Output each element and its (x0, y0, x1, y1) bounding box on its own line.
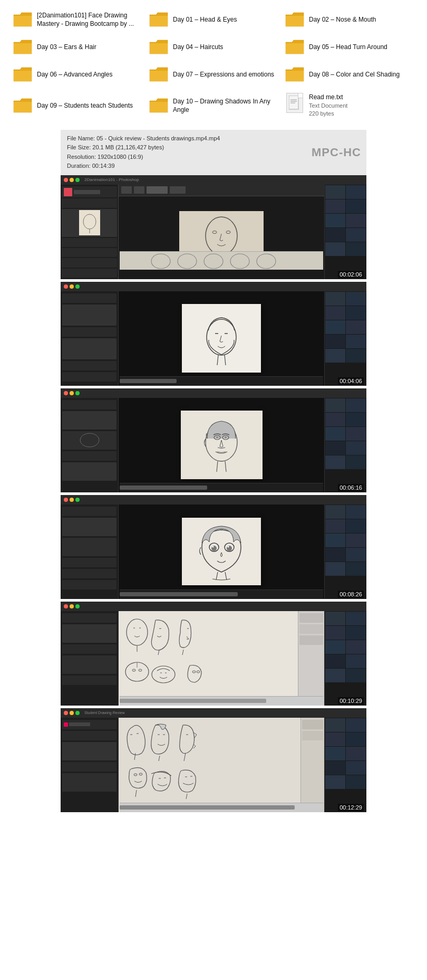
media-player-container: File Name: 05 - Quick review - Students … (11, 130, 416, 812)
timestamp-1: 00:02:06 (338, 271, 364, 278)
timestamp-2: 00:04:06 (338, 377, 364, 385)
folder-label-day03: Day 03 – Ears & Hair (37, 43, 96, 52)
folder-item-2danimation[interactable]: [2Danimation101] Face Drawing Mastery - … (11, 8, 144, 32)
file-icon-txt (285, 93, 305, 116)
svg-point-37 (216, 436, 218, 439)
svg-point-22 (178, 254, 197, 269)
svg-marker-1 (298, 96, 300, 98)
duration-info: Duration: 00:14:39 (67, 161, 360, 171)
mpc-logo: MPC-HC (312, 143, 361, 161)
folder-label-day04: Day 04 – Haircuts (173, 43, 223, 52)
file-size: 220 bytes (309, 110, 347, 118)
folder-icon (149, 98, 169, 115)
folder-item-day03[interactable]: Day 03 – Ears & Hair (11, 36, 144, 59)
folder-label-day02: Day 02 – Nose & Mouth (309, 16, 376, 24)
folder-grid: [2Danimation101] Face Drawing Mastery - … (11, 8, 416, 121)
folder-icon (285, 66, 305, 83)
folder-label-day07: Day 07 – Expressions and emotions (173, 71, 274, 79)
file-item-readme[interactable]: Read me.txt Text Document 220 bytes (283, 91, 416, 121)
folder-label-day10: Day 10 – Drawing Shadows In Any Angle (173, 98, 278, 114)
svg-point-25 (257, 254, 276, 269)
video-thumbnail-3[interactable]: 00:06:16 (61, 388, 366, 492)
file-explorer: [2Danimation101] Face Drawing Mastery - … (0, 0, 427, 130)
file-type: Text Document (309, 102, 347, 110)
folder-label-day09: Day 09 – Students teach Students (37, 102, 133, 110)
folder-icon (13, 12, 33, 28)
svg-point-45 (227, 546, 232, 551)
video-thumbnail-1[interactable]: 2Danimation101 - Photoshop (61, 175, 366, 279)
folder-icon (285, 12, 305, 28)
folder-item-day10[interactable]: Day 10 – Drawing Shadows In Any Angle (147, 91, 280, 121)
svg-point-24 (230, 254, 249, 269)
svg-rect-0 (289, 96, 298, 109)
video-thumbnail-5[interactable]: 00:10:29 (61, 602, 366, 706)
svg-point-38 (225, 436, 227, 439)
svg-point-21 (151, 254, 170, 269)
timestamp-6: 00:12:29 (338, 804, 364, 811)
folder-item-day05[interactable]: Day 05 – Head Turn Around (283, 36, 416, 59)
svg-point-32 (80, 433, 99, 447)
timestamp-4: 00:08:26 (338, 591, 364, 598)
folder-item-day04[interactable]: Day 04 – Haircuts (147, 36, 280, 59)
folder-label-day01: Day 01 – Head & Eyes (173, 16, 237, 24)
folder-label-day05: Day 05 – Head Turn Around (309, 43, 387, 52)
folder-icon (13, 66, 33, 83)
file-name-info: File Name: 05 - Quick review - Students … (67, 134, 360, 144)
svg-point-44 (211, 546, 217, 551)
folder-icon (149, 39, 169, 56)
folder-item-day08[interactable]: Day 08 – Color and Cel Shading (283, 63, 416, 87)
folder-item-day02[interactable]: Day 02 – Nose & Mouth (283, 8, 416, 32)
video-thumbnail-2[interactable]: 00:04:06 (61, 282, 366, 386)
folder-icon (13, 39, 33, 56)
folder-item-day06[interactable]: Day 06 – Advanced Angles (11, 63, 144, 87)
folder-icon (149, 12, 169, 28)
timestamp-5: 00:10:29 (338, 697, 364, 705)
folder-label-day08: Day 08 – Color and Cel Shading (309, 71, 400, 79)
folder-item-day07[interactable]: Day 07 – Expressions and emotions (147, 63, 280, 87)
file-name: Read me.txt (309, 93, 347, 102)
folder-label-day06: Day 06 – Advanced Angles (37, 71, 112, 79)
media-section: File Name: 05 - Quick review - Students … (0, 130, 427, 823)
video-thumbnail-6[interactable]: Student Drawing Review (61, 708, 366, 812)
folder-item-day01[interactable]: Day 01 – Head & Eyes (147, 8, 280, 32)
file-info: Read me.txt Text Document 220 bytes (309, 93, 347, 118)
folder-item-day09[interactable]: Day 09 – Students teach Students (11, 91, 144, 121)
folder-icon (13, 98, 33, 115)
folder-icon (285, 39, 305, 56)
svg-point-23 (204, 254, 223, 269)
folder-label-2danimation: [2Danimation101] Face Drawing Mastery - … (37, 12, 142, 28)
timestamp-3: 00:06:16 (338, 484, 364, 491)
svg-point-46 (212, 546, 214, 548)
media-info-bar: File Name: 05 - Quick review - Students … (61, 130, 366, 175)
folder-icon (149, 66, 169, 83)
video-thumbnail-4[interactable]: 00:08:26 (61, 495, 366, 599)
svg-point-47 (227, 546, 229, 548)
